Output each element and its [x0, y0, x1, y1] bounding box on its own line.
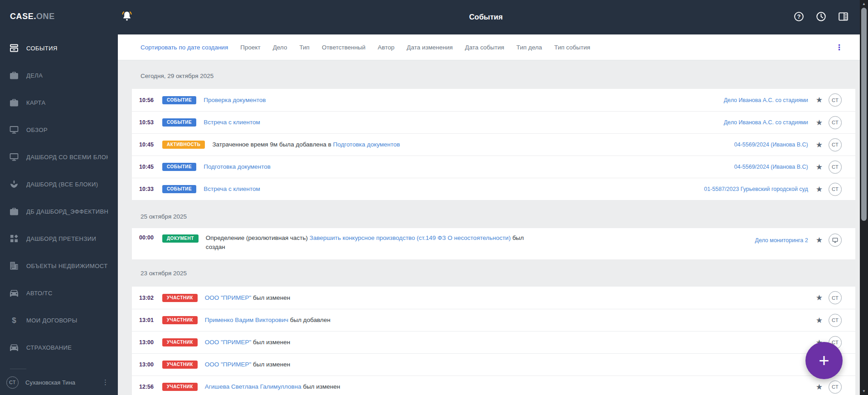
filter-chip[interactable]: Тип события [554, 44, 590, 51]
sidebar-item[interactable]: ОБЗОР [0, 116, 118, 143]
event-title-link[interactable]: ООО "ПРИМЕР" [205, 294, 252, 301]
event-type-badge: АКТИВНОСТЬ [162, 141, 205, 149]
event-row-meta: ★СТ [816, 380, 842, 394]
scroll-up-arrow[interactable]: ▲ [860, 2, 868, 6]
filter-chip[interactable]: Тип дела [516, 44, 542, 51]
case-link[interactable]: 04-5569/2024 (Иванова В.С) [734, 164, 808, 170]
event-text: был изменен [251, 361, 290, 368]
filter-chip[interactable]: Дата изменения [407, 44, 452, 51]
filter-chip[interactable]: Ответственный [322, 44, 365, 51]
event-row[interactable]: 13:00УЧАСТНИКООО "ПРИМЕР" был изменен★СТ [132, 331, 855, 353]
case-link[interactable]: Дело Иванова А.С. со стадиями [724, 119, 808, 126]
app-logo-secondary: ONE [36, 12, 55, 21]
favorite-star-icon[interactable]: ★ [816, 294, 823, 302]
help-button[interactable]: ? [792, 10, 805, 24]
event-title-link[interactable]: Проверка документов [204, 97, 266, 103]
event-row[interactable]: 10:45СОБЫТИЕПодготовка документов04-5569… [132, 156, 855, 178]
event-time: 13:00 [139, 361, 159, 368]
event-title-link[interactable]: Подготовка документов [204, 163, 271, 170]
event-title-link[interactable]: ООО "ПРИМЕР" [205, 361, 252, 368]
favorite-star-icon[interactable]: ★ [816, 141, 823, 149]
user-menu-kebab-icon[interactable]: ⋮ [102, 378, 109, 386]
event-title-link[interactable]: ООО "ПРИМЕР" [205, 339, 252, 346]
car-icon [9, 342, 19, 353]
filter-chip[interactable]: Тип [299, 44, 310, 51]
event-time: 13:01 [139, 317, 159, 323]
event-row[interactable]: 10:53СОБЫТИЕВстреча с клиентомДело Ивано… [132, 111, 855, 133]
events-list: Сегодня, 29 октября 202510:56СОБЫТИЕПров… [118, 60, 860, 395]
event-row[interactable]: 13:00УЧАСТНИКООО "ПРИМЕР" был изменен★СТ [132, 353, 855, 375]
sidebar-item[interactable]: СОБЫТИЯ [0, 34, 118, 62]
case-link[interactable]: 04-5569/2024 (Иванова В.С) [734, 141, 808, 148]
sidebar-item[interactable]: КАРТА [0, 89, 118, 116]
responsible-avatar: СТ [829, 183, 842, 196]
event-description: Определение (резолютивная часть) Заверши… [206, 234, 539, 252]
sidebar-item[interactable]: ДАШБОРД СО ВСЕМИ БЛОКА… [0, 143, 118, 171]
favorite-star-icon[interactable]: ★ [816, 185, 823, 193]
favorite-star-icon[interactable]: ★ [816, 163, 823, 171]
favorite-star-icon[interactable]: ★ [816, 119, 823, 127]
top-header: CASE.ONE События ? [0, 0, 868, 34]
filter-chip[interactable]: Автор [378, 44, 394, 51]
event-time: 10:56 [139, 97, 159, 103]
sidebar-item[interactable]: ДЕЛА [0, 62, 118, 89]
event-description: Затраченное время 9м была добавлена в По… [212, 140, 400, 149]
favorite-star-icon[interactable]: ★ [816, 96, 823, 104]
favorite-star-icon[interactable]: ★ [816, 317, 823, 324]
event-row[interactable]: 13:01УЧАСТНИКПрименко Вадим Викторович б… [132, 309, 855, 331]
favorite-star-icon[interactable]: ★ [816, 383, 823, 391]
sidebar-item[interactable]: ОБЪЕКТЫ НЕДВИЖИМОСТИ [0, 252, 118, 279]
sidebar-item-label: ОБЗОР [26, 127, 48, 133]
event-row-meta: Дело Иванова А.С. со стадиями★СТ [724, 93, 842, 107]
event-row[interactable]: 10:45АКТИВНОСТЬЗатраченное время 9м была… [132, 133, 855, 156]
event-row[interactable]: 12:56УЧАСТНИКАгишева Светлана Галимуллов… [132, 375, 855, 395]
filter-chip[interactable]: Дело [273, 44, 287, 51]
event-time: 10:33 [139, 186, 159, 192]
scrollbar-thumb[interactable] [861, 8, 867, 221]
more-options-kebab-icon[interactable]: ⋮ [835, 43, 843, 52]
responsible-avatar: СТ [829, 93, 842, 107]
event-row[interactable]: 10:33СОБЫТИЕВстреча с клиентом01-5587/20… [132, 178, 855, 200]
sort-by-creation-date-button[interactable]: Сортировать по дате создания [141, 44, 228, 51]
event-row[interactable]: 13:02УЧАСТНИКООО "ПРИМЕР" был изменен★СТ [132, 287, 855, 309]
responsible-avatar: СТ [829, 116, 842, 129]
responsible-avatar: СТ [829, 161, 842, 174]
monitor-icon [9, 151, 19, 162]
event-title-link[interactable]: Агишева Светлана Галимулловна [205, 383, 301, 390]
filter-chip[interactable]: Дата события [465, 44, 504, 51]
case-link[interactable]: 01-5587/2023 Гурьевский городской суд [704, 186, 808, 192]
briefcase-icon [9, 70, 19, 81]
panel-icon [837, 10, 849, 24]
event-title-link[interactable]: Подготовка документов [333, 141, 400, 148]
user-profile[interactable]: СТ Сухановская Тина ⋮ [0, 370, 118, 395]
event-time: 12:56 [139, 384, 159, 390]
event-description: ООО "ПРИМЕР" был изменен [205, 338, 290, 347]
event-group: 25 октября 202500:00ДОКУМЕНТОпределение … [132, 200, 855, 259]
event-title-link[interactable]: Завершить конкурсное производство (ст.14… [310, 234, 511, 241]
sidebar-item[interactable]: СТРАХОВАНИЕ [0, 334, 118, 361]
history-button[interactable] [814, 10, 828, 24]
event-row[interactable]: 10:56СОБЫТИЕПроверка документовДело Иван… [132, 89, 855, 111]
case-link[interactable]: Дело Иванова А.С. со стадиями [724, 97, 808, 103]
panel-button[interactable] [836, 10, 850, 24]
event-group-card: 10:56СОБЫТИЕПроверка документовДело Иван… [132, 89, 855, 200]
add-event-fab[interactable]: + [805, 342, 843, 379]
sidebar-item[interactable]: АВТО/ТС [0, 279, 118, 307]
sidebar-item-label: ДАШБОРД ПРЕТЕНЗИИ [26, 235, 96, 242]
app-logo[interactable]: CASE.ONE [10, 12, 55, 21]
event-title-link[interactable]: Встреча с клиентом [204, 119, 260, 126]
event-row[interactable]: 00:00ДОКУМЕНТОпределение (резолютивная ч… [132, 228, 855, 259]
sidebar-item[interactable]: ДАШБОРД (ВСЕ БЛОКИ) [0, 171, 118, 198]
event-type-badge: УЧАСТНИК [162, 383, 198, 391]
sidebar-item[interactable]: ДБ ДАШБОРД_ЭФФЕКТИВНО… [0, 198, 118, 225]
filter-chip[interactable]: Проект [240, 44, 260, 51]
scroll-down-arrow[interactable]: ▼ [860, 389, 868, 393]
case-link[interactable]: Дело мониторинга 2 [755, 237, 808, 244]
sidebar-item[interactable]: ДАШБОРД ПРЕТЕНЗИИ [0, 225, 118, 252]
event-description: Подготовка документов [204, 162, 271, 171]
event-title-link[interactable]: Применко Вадим Викторович [205, 317, 288, 323]
event-title-link[interactable]: Встреча с клиентом [204, 185, 260, 192]
sidebar-item[interactable]: $МОИ ДОГОВОРЫ [0, 307, 118, 334]
favorite-star-icon[interactable]: ★ [816, 236, 823, 244]
notifications-button[interactable] [121, 10, 133, 24]
